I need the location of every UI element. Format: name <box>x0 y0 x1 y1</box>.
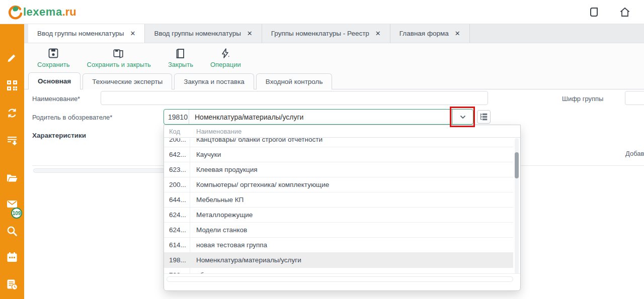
close-door-icon <box>175 47 187 59</box>
mail-badge[interactable]: 109 <box>11 208 22 219</box>
logo-domain: .ru <box>62 6 76 19</box>
list-item[interactable]: 642... Каучуки <box>164 147 513 162</box>
list-item[interactable]: 644... Мебельные КП <box>164 192 513 208</box>
list-item[interactable]: 623... Клеевая продукция <box>164 162 513 177</box>
parent-code-value: 19810 <box>164 110 189 124</box>
tab-label: Главная форма <box>399 30 449 37</box>
save-and-close-icon <box>113 47 125 59</box>
list-item[interactable]: 200... Канцтовары/ бланки строгой отчетн… <box>164 138 513 147</box>
parent-combobox[interactable]: 19810 Номенклатура/материалы/услуги <box>164 109 473 125</box>
save-and-close-button[interactable]: Сохранить и закрыть <box>87 47 151 68</box>
lexema-logo[interactable]: lexema.ru <box>6 4 76 21</box>
save-icon <box>47 47 59 59</box>
close-icon[interactable]: ✕ <box>375 30 381 37</box>
logo-text: lexema <box>23 6 62 19</box>
list-item[interactable]: 624... Модели станков <box>164 223 513 238</box>
name-field-label: Наименование* <box>32 95 80 103</box>
tab-glavnaya-forma[interactable]: Главная форма ✕ <box>390 24 470 43</box>
report-list-icon[interactable] <box>6 135 18 147</box>
list-item[interactable]: 614... новая тестовая группа <box>164 238 513 253</box>
subtab-label: Закупка и поставка <box>184 78 245 85</box>
search-icon[interactable] <box>6 225 18 237</box>
window-tabs: Ввод группы номенклатуры ✕ Ввод группы н… <box>24 24 644 43</box>
parent-dropdown-panel: Код Наименование 200... Канцтовары/ блан… <box>164 125 521 291</box>
lexema-logo-icon <box>6 4 23 21</box>
save-and-close-label: Сохранить и закрыть <box>87 61 151 68</box>
tree-hierarchy-icon <box>479 113 488 121</box>
group-code-label: Шифр группы <box>562 95 603 103</box>
dropdown-rows-viewport: 200... Канцтовары/ бланки строгой отчетн… <box>164 138 513 274</box>
edit-pencil-icon[interactable] <box>6 52 18 64</box>
tab-gruppy-nomenklatury-reestr[interactable]: Группы номенклатуры - Реестр ✕ <box>262 24 390 43</box>
form-toolbar: Сохранить Сохранить и закрыть Закрыть Оп… <box>24 43 644 72</box>
qr-code-icon[interactable] <box>6 79 18 91</box>
close-icon[interactable]: ✕ <box>247 30 253 37</box>
subtab-vhodnoy-kontrol[interactable]: Входной контроль <box>256 73 333 89</box>
folder-icon[interactable] <box>6 172 18 184</box>
column-header-code: Код <box>164 128 190 135</box>
group-code-input[interactable] <box>625 91 644 105</box>
home-icon[interactable] <box>619 6 631 18</box>
close-label: Закрыть <box>168 61 193 68</box>
operations-lightning-icon <box>219 47 231 59</box>
parent-text-value: Номенклатура/материалы/услуги <box>189 110 452 124</box>
subtab-label: Основная <box>38 77 71 85</box>
close-icon[interactable]: ✕ <box>455 30 460 37</box>
left-sidebar: 109 <box>0 24 24 299</box>
parent-field-label: Родитель в обозревателе* <box>32 114 112 121</box>
tab-label: Ввод группы номенклатуры <box>154 30 240 37</box>
app-header: lexema.ru <box>0 0 644 24</box>
operations-label: Операции <box>210 61 241 68</box>
operations-button[interactable]: Операции <box>210 47 241 68</box>
calendar-icon[interactable] <box>6 251 18 263</box>
list-item[interactable]: 200... Компьютеры/ оргтехника/ комплекту… <box>164 177 513 192</box>
report-clock-icon[interactable] <box>6 278 18 290</box>
annotation-red-highlight <box>450 107 475 127</box>
tab-vvod-gruppy-nomenklatury-2[interactable]: Ввод группы номенклатуры ✕ <box>145 24 262 43</box>
subtab-osnovnaya[interactable]: Основная <box>28 72 80 89</box>
save-label: Сохранить <box>37 61 70 68</box>
open-tree-browser-button[interactable] <box>477 110 491 124</box>
add-characteristic-button[interactable]: Добав <box>625 150 644 157</box>
name-input[interactable] <box>101 91 488 105</box>
subtab-label: Входной контроль <box>266 78 323 85</box>
tab-label: Ввод группы номенклатуры <box>37 30 124 37</box>
form-subtabs: Основная Технические эксперты Закупка и … <box>24 72 644 89</box>
sync-refresh-icon[interactable] <box>6 107 18 119</box>
tab-label: Группы номенклатуры - Реестр <box>271 30 369 37</box>
header-icons <box>588 0 631 24</box>
characteristics-section-label: Характеристики <box>32 132 86 139</box>
dropdown-vertical-scrollbar-thumb[interactable] <box>515 152 519 178</box>
close-button[interactable]: Закрыть <box>168 47 193 68</box>
journal-scroll-icon[interactable] <box>588 6 600 18</box>
subtab-label: Технические эксперты <box>92 78 163 85</box>
subtab-tehnicheskie-eksperty[interactable]: Технические эксперты <box>83 73 172 89</box>
close-icon[interactable]: ✕ <box>130 30 135 37</box>
dropdown-horizontal-scrollbar[interactable] <box>167 276 513 282</box>
tab-vvod-gruppy-nomenklatury-1[interactable]: Ввод группы номенклатуры ✕ <box>28 24 145 43</box>
dropdown-footer <box>164 273 520 290</box>
subtab-zakupka-i-postavka[interactable]: Закупка и поставка <box>174 73 254 89</box>
save-button[interactable]: Сохранить <box>37 47 70 68</box>
list-item[interactable]: 624... Металлорежущие <box>164 208 513 223</box>
column-header-name: Наименование <box>190 128 242 135</box>
list-item-selected[interactable]: 198... Номенклатура/материалы/услуги <box>164 253 513 268</box>
